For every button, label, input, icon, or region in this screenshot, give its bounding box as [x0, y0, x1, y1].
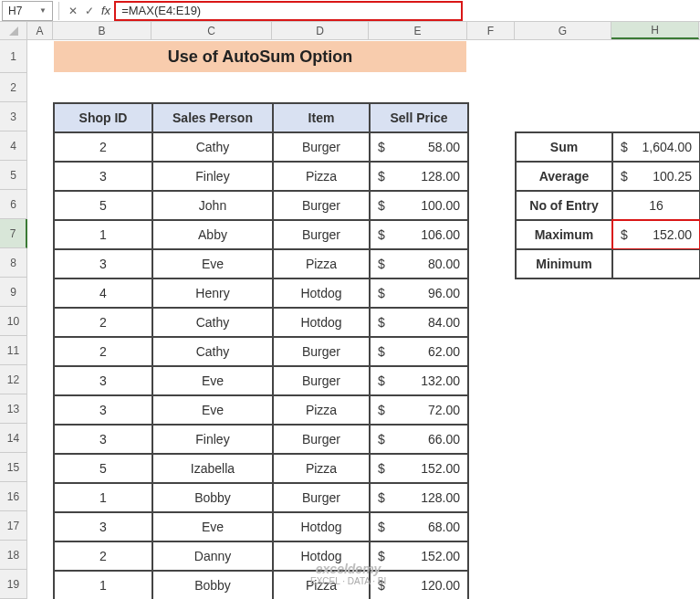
row-header-12[interactable]: 12: [0, 365, 27, 394]
summary-label[interactable]: Minimum: [516, 249, 612, 278]
row-header-3[interactable]: 3: [0, 102, 27, 131]
cell-shop-id[interactable]: 1: [54, 483, 152, 512]
cell-sales-person[interactable]: Bobby: [152, 571, 273, 599]
row-header-9[interactable]: 9: [0, 278, 27, 307]
cell-sell-price[interactable]: $106.00: [370, 220, 468, 249]
cell-sales-person[interactable]: Finley: [152, 425, 273, 454]
cell-sales-person[interactable]: Eve: [152, 512, 273, 541]
cell-shop-id[interactable]: 5: [54, 191, 152, 220]
row-header-18[interactable]: 18: [0, 541, 27, 570]
col-header-G[interactable]: G: [515, 22, 611, 39]
cell-sales-person[interactable]: Finley: [152, 162, 273, 191]
cell-shop-id[interactable]: 2: [54, 541, 152, 571]
col-header-F[interactable]: F: [467, 22, 515, 39]
summary-label[interactable]: No of Entry: [516, 191, 612, 220]
fx-icon[interactable]: fx: [101, 4, 110, 17]
cell-sell-price[interactable]: $62.00: [370, 337, 468, 366]
summary-label[interactable]: Maximum: [516, 220, 612, 249]
cell-sell-price[interactable]: $128.00: [370, 483, 468, 512]
cell-item[interactable]: Pizza: [273, 571, 370, 599]
row-header-8[interactable]: 8: [0, 248, 27, 278]
cell-sell-price[interactable]: $80.00: [370, 249, 468, 278]
row-header-11[interactable]: 11: [0, 336, 27, 365]
cell-sell-price[interactable]: $120.00: [370, 571, 468, 599]
row-header-7[interactable]: 7: [0, 219, 27, 248]
col-header-D[interactable]: D: [272, 22, 369, 39]
cell-item[interactable]: Burger: [273, 220, 370, 249]
cell-sell-price[interactable]: $84.00: [370, 308, 468, 337]
summary-value[interactable]: $1,604.00: [612, 132, 700, 162]
cell-item[interactable]: Pizza: [273, 395, 370, 425]
row-header-1[interactable]: 1: [0, 40, 27, 73]
row-header-13[interactable]: 13: [0, 394, 27, 424]
cell-sales-person[interactable]: Eve: [152, 366, 273, 395]
cell-sales-person[interactable]: Izabella: [152, 454, 273, 483]
cell-shop-id[interactable]: 2: [54, 308, 152, 337]
cell-item[interactable]: Hotdog: [273, 308, 370, 337]
col-header-A[interactable]: A: [27, 22, 53, 39]
cell-item[interactable]: Pizza: [273, 162, 370, 191]
cell-sell-price[interactable]: $72.00: [370, 395, 468, 425]
col-header-E[interactable]: E: [369, 22, 467, 39]
name-box[interactable]: H7 ▼: [2, 1, 53, 21]
cell-sales-person[interactable]: Henry: [152, 278, 273, 308]
cell-sell-price[interactable]: $58.00: [370, 132, 468, 162]
formula-input[interactable]: =MAX(E4:E19): [114, 1, 463, 21]
table-header[interactable]: Sell Price: [370, 103, 468, 132]
cell-item[interactable]: Pizza: [273, 454, 370, 483]
cell-shop-id[interactable]: 1: [54, 220, 152, 249]
cell-shop-id[interactable]: 5: [54, 454, 152, 483]
row-header-14[interactable]: 14: [0, 424, 27, 453]
cell-item[interactable]: Burger: [273, 366, 370, 395]
cell-sales-person[interactable]: Eve: [152, 249, 273, 278]
cell-sales-person[interactable]: Bobby: [152, 483, 273, 512]
cell-sell-price[interactable]: $100.00: [370, 191, 468, 220]
row-header-4[interactable]: 4: [0, 131, 27, 161]
cell-shop-id[interactable]: 3: [54, 425, 152, 454]
cell-item[interactable]: Burger: [273, 483, 370, 512]
cell-shop-id[interactable]: 3: [54, 395, 152, 425]
row-header-2[interactable]: 2: [0, 73, 27, 102]
cell-sales-person[interactable]: John: [152, 191, 273, 220]
cell-item[interactable]: Hotdog: [273, 541, 370, 571]
cell-shop-id[interactable]: 3: [54, 512, 152, 541]
cell-shop-id[interactable]: 3: [54, 162, 152, 191]
table-header[interactable]: Sales Person: [152, 103, 273, 132]
table-header[interactable]: Item: [273, 103, 370, 132]
summary-value[interactable]: $152.00: [612, 220, 700, 249]
summary-value[interactable]: 16: [612, 191, 700, 220]
cell-sell-price[interactable]: $66.00: [370, 425, 468, 454]
cell-sell-price[interactable]: $132.00: [370, 366, 468, 395]
row-header-6[interactable]: 6: [0, 190, 27, 219]
select-all-corner[interactable]: [0, 22, 27, 39]
col-header-B[interactable]: B: [53, 22, 151, 39]
row-header-19[interactable]: 19: [0, 570, 27, 599]
cell-item[interactable]: Burger: [273, 425, 370, 454]
cell-shop-id[interactable]: 3: [54, 366, 152, 395]
table-header[interactable]: Shop ID: [54, 103, 152, 132]
cell-sell-price[interactable]: $68.00: [370, 512, 468, 541]
row-header-16[interactable]: 16: [0, 482, 27, 511]
cell-item[interactable]: Burger: [273, 337, 370, 366]
cell-sell-price[interactable]: $128.00: [370, 162, 468, 191]
cell-shop-id[interactable]: 4: [54, 278, 152, 308]
summary-label[interactable]: Sum: [516, 132, 612, 162]
cell-shop-id[interactable]: 1: [54, 571, 152, 599]
row-header-10[interactable]: 10: [0, 307, 27, 336]
cell-sales-person[interactable]: Cathy: [152, 132, 273, 162]
cell-sales-person[interactable]: Eve: [152, 395, 273, 425]
cell-item[interactable]: Burger: [273, 132, 370, 162]
cell-item[interactable]: Pizza: [273, 249, 370, 278]
cell-shop-id[interactable]: 3: [54, 249, 152, 278]
chevron-down-icon[interactable]: ▼: [39, 6, 47, 15]
col-header-H[interactable]: H: [611, 22, 699, 39]
cell-sell-price[interactable]: $152.00: [370, 541, 468, 571]
cell-item[interactable]: Hotdog: [273, 512, 370, 541]
cell-sell-price[interactable]: $96.00: [370, 278, 468, 308]
cell-item[interactable]: Burger: [273, 191, 370, 220]
row-header-15[interactable]: 15: [0, 453, 27, 482]
summary-label[interactable]: Average: [516, 162, 612, 191]
cell-shop-id[interactable]: 2: [54, 337, 152, 366]
row-header-17[interactable]: 17: [0, 511, 27, 541]
summary-value[interactable]: [612, 249, 700, 278]
